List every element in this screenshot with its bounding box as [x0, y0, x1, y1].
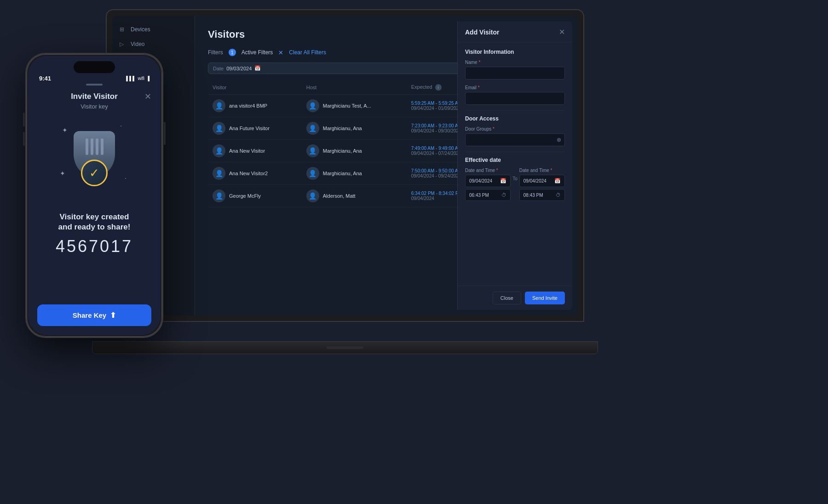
- laptop-screen: ⊞ Devices ▷ Video ☰ Reports Visito: [112, 16, 578, 315]
- visitor-avatar: 👤: [213, 99, 225, 112]
- door-access-label: Door Access: [465, 115, 565, 122]
- from-time-input[interactable]: 06:43 PM ⏱: [465, 189, 511, 201]
- host-cell: 👤 Marghicianu, Ana: [302, 117, 407, 140]
- sidebar-item-devices[interactable]: ⊞ Devices: [112, 22, 195, 37]
- visitor-avatar: 👤: [213, 189, 225, 202]
- medal-stripe-2: [91, 138, 93, 155]
- medal-illustration: ✦ · ✦ · ✓: [58, 117, 131, 191]
- medal-body: ✓: [74, 131, 115, 177]
- battery-icon: ▐: [146, 76, 150, 81]
- drag-handle: [86, 84, 103, 86]
- host-name: Marghicianu, Ana: [323, 126, 362, 131]
- medal-stripe-3: [96, 138, 98, 155]
- main-content: Visitors Filters 1 Active Filters ✕ Clea…: [195, 16, 578, 315]
- door-access-section: Door Access Door Groups * ⊕: [465, 110, 565, 146]
- host-avatar: 👤: [306, 167, 319, 180]
- door-groups-field: Door Groups * ⊕: [465, 126, 565, 146]
- phone-content: Invite Visitor ✕ Visitor key ✦ · ✦ ·: [28, 84, 161, 335]
- active-filters-label: Active Filters: [242, 49, 273, 56]
- name-input[interactable]: [465, 67, 565, 80]
- to-calendar-icon: 📅: [554, 178, 561, 184]
- phone-close-btn[interactable]: ✕: [144, 92, 151, 102]
- medal-stripes: [86, 138, 104, 155]
- door-groups-required: *: [493, 126, 494, 132]
- visitor-name: ana visitor4 BMP: [229, 103, 267, 109]
- dynamic-island: [74, 61, 115, 73]
- panel-footer: Close Send Invite: [458, 286, 572, 310]
- clear-all-filters-btn[interactable]: Clear All Filters: [289, 49, 326, 56]
- medal-circle: ✓: [81, 160, 108, 186]
- phone-modal-title: Invite Visitor: [71, 92, 118, 101]
- grid-icon: ⊞: [120, 26, 126, 33]
- visitor-name: George McFly: [229, 193, 261, 199]
- share-key-label: Share Key: [73, 311, 106, 319]
- laptop-base: [92, 341, 598, 354]
- to-label: To: [512, 168, 518, 181]
- visitor-avatar: 👤: [213, 167, 225, 180]
- door-groups-input[interactable]: [465, 133, 565, 146]
- email-required: *: [478, 85, 480, 90]
- send-invite-button[interactable]: Send Invite: [525, 292, 565, 304]
- visitor-cell: 👤 Ana New Visitor: [208, 140, 302, 162]
- visitor-cell: 👤 Ana Future Visitor: [208, 117, 302, 140]
- to-date-label: Date and Time *: [519, 168, 565, 173]
- host-name: Marghicianu Test, A...: [323, 103, 371, 109]
- panel-header: Add Visitor ✕: [458, 21, 572, 42]
- name-field: Name *: [465, 60, 565, 80]
- date-label: Date: [213, 66, 224, 71]
- status-icons: ▌▌▌ wifi ▐: [126, 76, 150, 81]
- visitor-avatar: 👤: [213, 122, 225, 135]
- sparkle-3: ✦: [60, 170, 65, 177]
- close-button[interactable]: Close: [493, 292, 521, 304]
- door-groups-input-wrapper: ⊕: [465, 133, 565, 146]
- from-date-time-field: Date and Time * 09/04/2024 📅: [465, 168, 511, 203]
- filter-count-badge: 1: [229, 49, 236, 56]
- share-key-button[interactable]: Share Key ⬆: [37, 304, 151, 326]
- from-date-input[interactable]: 09/04/2024 📅: [465, 175, 511, 187]
- email-field: Email *: [465, 85, 565, 105]
- host-cell: 👤 Marghicianu, Ana: [302, 140, 407, 162]
- share-icon: ⬆: [110, 311, 116, 320]
- clear-x-icon[interactable]: ✕: [278, 49, 283, 56]
- from-clock-icon: ⏱: [501, 192, 506, 198]
- add-visitor-panel: Add Visitor ✕ Visitor Information Name *: [457, 21, 572, 310]
- host-name: Alderson, Matt: [323, 193, 356, 199]
- to-date-time-field: Date and Time * 09/04/2024 📅: [519, 168, 565, 203]
- wifi-icon: wifi: [138, 76, 144, 81]
- panel-title: Add Visitor: [465, 29, 499, 36]
- checkmark-icon: ✓: [89, 166, 99, 180]
- name-label: Name *: [465, 60, 565, 65]
- visitor-avatar: 👤: [213, 144, 225, 157]
- host-avatar: 👤: [306, 99, 319, 112]
- visitor-info-section-label: Visitor Information: [465, 49, 565, 55]
- panel-body: Visitor Information Name * Ema: [458, 42, 572, 286]
- email-label: Email *: [465, 85, 565, 90]
- phone-status-bar: 9:41 ▌▌▌ wifi ▐: [28, 73, 161, 84]
- to-date-input[interactable]: 09/04/2024 📅: [519, 175, 565, 187]
- sparkle-4: ·: [125, 174, 126, 182]
- sparkle-1: ✦: [62, 126, 68, 134]
- effective-date-label: Effective date: [465, 157, 565, 163]
- phone: 9:41 ▌▌▌ wifi ▐ Invite Visitor ✕: [25, 53, 163, 338]
- email-input[interactable]: [465, 92, 565, 105]
- door-groups-search-icon: ⊕: [557, 137, 561, 143]
- sidebar-item-video[interactable]: ▷ Video: [112, 37, 195, 52]
- laptop: ⊞ Devices ▷ Video ☰ Reports Visito: [106, 9, 593, 354]
- side-btn: [164, 122, 166, 145]
- host-name: Marghicianu, Ana: [323, 171, 362, 176]
- medal-stripe-1: [86, 138, 88, 155]
- visitor-name: Ana New Visitor: [229, 148, 265, 154]
- effective-date-section: Effective date Date and Time * 09/: [465, 152, 565, 203]
- visitor-cell: 👤 ana visitor4 BMP: [208, 95, 302, 117]
- panel-close-btn[interactable]: ✕: [559, 28, 565, 36]
- to-clock-icon: ⏱: [556, 192, 561, 198]
- calendar-icon: 📅: [254, 65, 261, 71]
- key-created-text: Visitor key createdand ready to share!: [58, 212, 131, 232]
- col-host: Host: [302, 80, 407, 95]
- host-cell: 👤 Marghicianu, Ana: [302, 162, 407, 185]
- video-icon: ▷: [120, 41, 126, 47]
- to-time-input[interactable]: 08:43 PM ⏱: [519, 189, 565, 201]
- phone-modal-header-text: Invite Visitor: [71, 92, 118, 101]
- host-cell: 👤 Marghicianu Test, A...: [302, 95, 407, 117]
- expected-info-icon: i: [435, 84, 442, 91]
